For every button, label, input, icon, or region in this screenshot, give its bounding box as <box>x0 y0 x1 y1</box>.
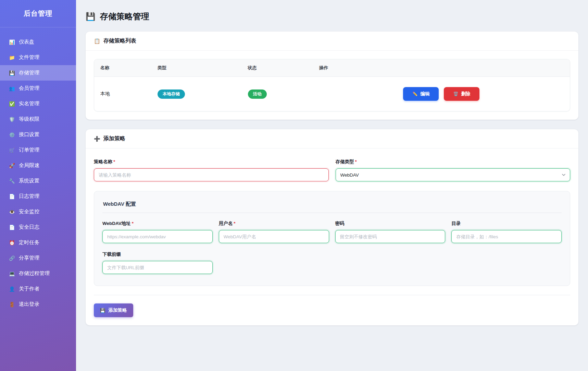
clipboard-icon: 📋 <box>94 38 100 44</box>
column-header-actions: 操作 <box>313 59 570 77</box>
add-policy-submit-button[interactable]: 💾 添加策略 <box>94 303 133 317</box>
add-policy-submit-label: 添加策略 <box>109 307 127 313</box>
required-asterisk: * <box>355 159 357 164</box>
sidebar-item-security-monitor[interactable]: 👁️ 安全监控 <box>0 204 76 219</box>
delete-button-label: 删除 <box>461 91 470 97</box>
table-header-row: 名称 类型 状态 操作 <box>94 59 570 77</box>
sidebar-item-scheduled-tasks[interactable]: ⏰ 定时任务 <box>0 235 76 250</box>
sidebar-item-orders[interactable]: 🛒 订单管理 <box>0 142 76 158</box>
sidebar-item-shares[interactable]: 🔗 分享管理 <box>0 250 76 266</box>
column-header-name: 名称 <box>94 59 151 77</box>
policy-name-label-text: 策略名称 <box>94 159 112 164</box>
webdav-password-group: 密码 <box>335 220 446 243</box>
policy-list-card-header: 📋 存储策略列表 <box>86 32 578 51</box>
webdav-password-input[interactable] <box>335 230 446 243</box>
sidebar-item-label: 关于作者 <box>19 286 39 292</box>
webdav-fields-grid: WebDAV地址* 用户名* 密码 <box>102 220 562 276</box>
sidebar-item-permissions[interactable]: 🛡️ 等级权限 <box>0 111 76 127</box>
sidebar: 后台管理 📊 仪表盘 📁 文件管理 💾 存储管理 👥 会员管理 ✅ 实名管理 🛡… <box>0 0 76 371</box>
wrench-icon: 🔧 <box>9 178 15 184</box>
user-icon: 👤 <box>9 286 15 292</box>
sidebar-item-speed-limit[interactable]: 🚀 全局限速 <box>0 158 76 173</box>
floppy-disk-icon: 💾 <box>100 308 105 313</box>
add-policy-card: ➕ 添加策略 策略名称* 存储类型* WebDAV <box>86 129 578 325</box>
sidebar-item-logs[interactable]: 📄 日志管理 <box>0 189 76 204</box>
alarm-clock-icon: ⏰ <box>9 240 15 246</box>
webdav-url-group: WebDAV地址* <box>102 220 213 243</box>
pencil-icon: ✏️ <box>412 92 417 96</box>
storage-type-select-wrap: WebDAV <box>336 168 571 181</box>
webdav-url-label: WebDAV地址* <box>102 220 213 227</box>
sidebar-item-api-settings[interactable]: ⚙️ 接口设置 <box>0 127 76 142</box>
sidebar-item-label: 存储管理 <box>19 70 39 76</box>
policy-name-group: 策略名称* <box>94 159 329 181</box>
sidebar-item-realname[interactable]: ✅ 实名管理 <box>0 96 76 111</box>
computer-icon: 💻 <box>9 271 15 276</box>
policy-type-cell: 本地存储 <box>151 77 242 111</box>
storage-type-select[interactable]: WebDAV <box>336 168 571 181</box>
policy-list-title: 存储策略列表 <box>103 37 136 45</box>
sidebar-item-label: 分享管理 <box>19 255 39 261</box>
download-prefix-label: 下载前缀 <box>102 251 213 258</box>
sidebar-item-label: 仪表盘 <box>19 39 34 45</box>
sidebar-item-files[interactable]: 📁 文件管理 <box>0 50 76 65</box>
sidebar-item-label: 退出登录 <box>19 301 39 308</box>
column-header-status: 状态 <box>242 59 313 77</box>
floppy-disk-icon: 💾 <box>9 70 15 76</box>
sidebar-item-label: 订单管理 <box>19 147 39 153</box>
sidebar-item-about-author[interactable]: 👤 关于作者 <box>0 281 76 297</box>
main-content: 💾 存储策略管理 📋 存储策略列表 名称 类型 状态 操作 <box>76 0 588 371</box>
sidebar-item-storage[interactable]: 💾 存储管理 <box>0 65 76 81</box>
storage-type-group: 存储类型* WebDAV <box>336 159 571 181</box>
webdav-config-title: WebDAV 配置 <box>102 200 562 213</box>
webdav-url-input[interactable] <box>102 230 213 243</box>
rocket-icon: 🚀 <box>9 163 15 168</box>
sidebar-item-label: 日志管理 <box>19 193 39 200</box>
door-icon: 🚪 <box>9 302 15 307</box>
required-asterisk: * <box>132 221 134 226</box>
storage-type-label-text: 存储类型 <box>336 159 354 164</box>
webdav-directory-input[interactable] <box>451 230 562 243</box>
delete-button[interactable]: 🗑️ 删除 <box>444 87 479 101</box>
policy-name-label: 策略名称* <box>94 159 329 165</box>
required-asterisk: * <box>113 159 115 164</box>
sidebar-item-stored-procedures[interactable]: 💻 存储过程管理 <box>0 266 76 281</box>
sidebar-item-members[interactable]: 👥 会员管理 <box>0 81 76 96</box>
eye-icon: 👁️ <box>9 209 15 215</box>
sidebar-item-label: 等级权限 <box>19 116 39 122</box>
sidebar-item-label: 实名管理 <box>19 100 39 107</box>
bar-chart-icon: 📊 <box>9 39 15 45</box>
sidebar-item-logout[interactable]: 🚪 退出登录 <box>0 297 76 312</box>
webdav-password-label: 密码 <box>335 220 446 227</box>
link-icon: 🔗 <box>9 255 15 261</box>
sidebar-item-system-settings[interactable]: 🔧 系统设置 <box>0 173 76 189</box>
document-icon: 📄 <box>9 194 15 199</box>
add-policy-title: 添加策略 <box>103 135 125 142</box>
webdav-config-panel: WebDAV 配置 WebDAV地址* 用户名* <box>94 191 570 286</box>
plus-icon: ➕ <box>94 136 100 142</box>
sidebar-menu: 📊 仪表盘 📁 文件管理 💾 存储管理 👥 会员管理 ✅ 实名管理 🛡️ 等级权… <box>0 27 76 312</box>
download-prefix-input[interactable] <box>102 261 213 274</box>
policy-table: 名称 类型 状态 操作 本地 本地存储 <box>94 59 570 111</box>
sidebar-item-label: 存储过程管理 <box>19 270 50 277</box>
add-policy-card-body: 策略名称* 存储类型* WebDAV <box>86 148 578 325</box>
check-icon: ✅ <box>9 101 15 107</box>
policy-actions-cell: ✏️ 编辑 🗑️ 删除 <box>313 77 570 111</box>
webdav-username-label: 用户名* <box>219 220 329 227</box>
webdav-directory-group: 目录 <box>451 220 562 243</box>
sidebar-item-security-logs[interactable]: 📄 安全日志 <box>0 219 76 235</box>
policy-name-input[interactable] <box>94 168 329 181</box>
trash-icon: 🗑️ <box>453 92 458 96</box>
edit-button[interactable]: ✏️ 编辑 <box>403 87 439 101</box>
table-row: 本地 本地存储 活动 ✏️ 编辑 <box>94 77 570 111</box>
edit-button-label: 编辑 <box>420 91 429 97</box>
policy-name-cell: 本地 <box>94 77 151 111</box>
download-prefix-group: 下载前缀 <box>102 251 213 274</box>
sidebar-item-label: 接口设置 <box>19 131 39 138</box>
sidebar-item-label: 安全日志 <box>19 224 39 230</box>
policy-list-card: 📋 存储策略列表 名称 类型 状态 操作 本地 <box>86 32 578 120</box>
webdav-username-group: 用户名* <box>219 220 329 243</box>
sidebar-item-dashboard[interactable]: 📊 仪表盘 <box>0 34 76 50</box>
app-title: 后台管理 <box>0 0 76 27</box>
webdav-username-input[interactable] <box>219 230 329 243</box>
